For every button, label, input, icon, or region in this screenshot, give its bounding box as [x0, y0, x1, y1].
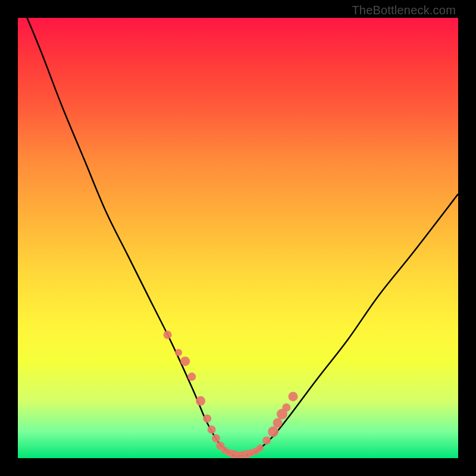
chart-frame: TheBottleneck.com: [0, 0, 476, 476]
highlight-marker: [203, 414, 211, 422]
bottleneck-curve: [18, 18, 458, 456]
highlight-marker: [175, 349, 182, 356]
marker-group: [164, 331, 298, 458]
highlight-marker: [196, 396, 205, 406]
highlight-marker: [273, 418, 283, 428]
highlight-marker: [212, 434, 220, 443]
highlight-marker: [187, 372, 196, 381]
highlight-marker: [268, 427, 278, 437]
highlight-marker: [289, 392, 298, 401]
highlight-marker: [180, 356, 190, 366]
highlight-marker: [262, 436, 271, 444]
highlight-marker: [256, 444, 264, 452]
curve-svg: [18, 18, 458, 458]
highlight-marker: [164, 331, 172, 339]
attribution-text: TheBottleneck.com: [352, 4, 456, 17]
highlight-marker: [208, 425, 216, 434]
plot-background: [18, 18, 458, 458]
highlight-marker: [282, 403, 290, 412]
